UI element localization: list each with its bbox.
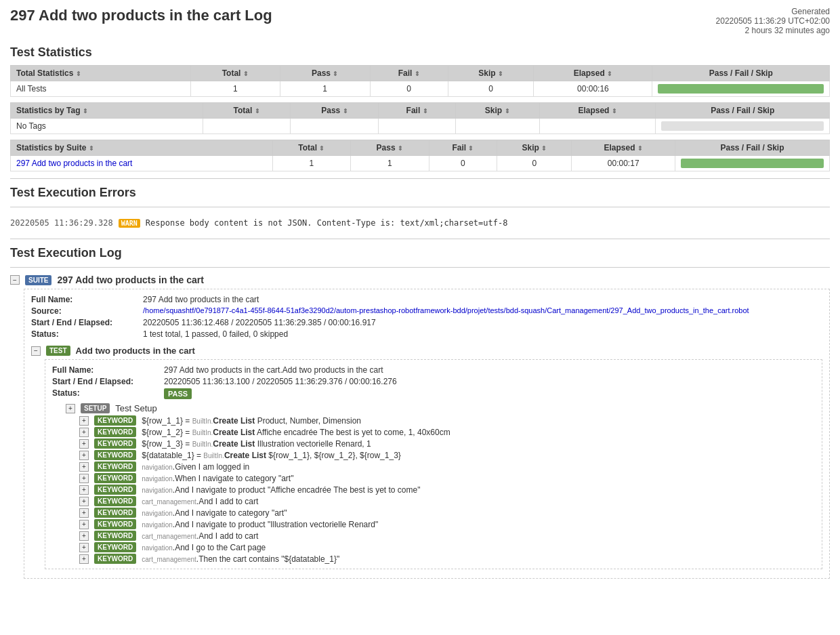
generated-label: Generated <box>716 7 830 16</box>
keyword-toggle-11[interactable]: + <box>79 543 89 552</box>
tag-col-pass: Pass ⇕ <box>291 103 379 119</box>
keyword-row: +KEYWORD${row_1_1} = BuiltIn.Create List… <box>52 415 815 426</box>
divider-3 <box>10 239 830 239</box>
keyword-text-9: navigation.And I navigate to product "Il… <box>142 520 378 529</box>
keyword-text-2: ${row_1_3} = BuiltIn.Create List Illustr… <box>142 439 371 449</box>
total-stats-label: Total Statistics ⇕ <box>11 66 191 81</box>
keyword-row: +KEYWORDnavigation.And I navigate to pro… <box>52 485 815 495</box>
suite-toggle[interactable]: − <box>10 275 20 285</box>
keyword-row: +KEYWORD${datatable_1} = BuiltIn.Create … <box>52 450 815 460</box>
suite-stats-row: 297 Add two products in the cart 1 1 0 0… <box>11 156 830 171</box>
suite-col-fail: Fail ⇕ <box>429 140 497 156</box>
keyword-rows: +KEYWORD${row_1_1} = BuiltIn.Create List… <box>52 415 815 564</box>
suite-full-name-value: 297 Add two products in the cart <box>143 295 259 304</box>
error-log-entry: 20220505 11:36:29.328 WARN Response body… <box>10 214 830 232</box>
warn-badge: WARN <box>119 219 140 228</box>
suite-pass: 1 <box>350 156 429 171</box>
keyword-toggle-3[interactable]: + <box>79 451 89 460</box>
test-pass-badge: PASS <box>164 388 192 399</box>
keyword-toggle-10[interactable]: + <box>79 531 89 541</box>
suite-source-row: Source: /home/squashtf/0e791877-c4a1-455… <box>31 306 822 316</box>
keyword-badge-5: KEYWORD <box>94 473 136 483</box>
suite-full-name-row: Full Name: 297 Add two products in the c… <box>31 295 822 304</box>
keyword-badge-0: KEYWORD <box>94 415 136 426</box>
divider-1 <box>10 178 830 179</box>
keyword-row: +KEYWORD${row_1_2} = BuiltIn.Create List… <box>52 427 815 437</box>
suite-skip: 0 <box>497 156 572 171</box>
suite-status-label: Status: <box>31 329 140 339</box>
test-statistics-heading: Test Statistics <box>10 45 830 60</box>
all-tests-bar <box>652 81 830 97</box>
keyword-text-12: cart_management.Then the cart contains "… <box>142 554 339 564</box>
test-row: − TEST Add two products in the cart <box>31 346 822 356</box>
all-tests-skip: 0 <box>448 81 533 97</box>
no-tags-pass <box>291 119 379 134</box>
keyword-text-11: navigation.And I go to the Cart page <box>142 543 266 552</box>
error-message: Response body content is not JSON. Conte… <box>146 218 508 228</box>
tag-col-bar: Pass / Fail / Skip <box>656 103 830 119</box>
test-toggle[interactable]: − <box>31 346 41 356</box>
keyword-badge-4: KEYWORD <box>94 462 136 472</box>
keyword-text-3: ${datatable_1} = BuiltIn.Create List ${r… <box>142 451 401 460</box>
setup-toggle[interactable]: + <box>66 404 75 413</box>
keyword-badge-10: KEYWORD <box>94 531 136 541</box>
keyword-badge-11: KEYWORD <box>94 542 136 552</box>
keyword-text-1: ${row_1_2} = BuiltIn.Create List Affiche… <box>142 428 450 437</box>
keyword-row: +KEYWORDnavigation.And I go to the Cart … <box>52 542 815 552</box>
keyword-row: +KEYWORDcart_management.Then the cart co… <box>52 554 815 564</box>
suite-total: 1 <box>272 156 350 171</box>
keyword-toggle-5[interactable]: + <box>79 474 89 483</box>
suite-detail-block: Full Name: 297 Add two products in the c… <box>24 289 830 579</box>
suite-col-pass: Pass ⇕ <box>350 140 429 156</box>
suite-start-end-label: Start / End / Elapsed: <box>31 318 140 327</box>
keyword-toggle-8[interactable]: + <box>79 508 89 518</box>
col-total: Total ⇕ <box>190 66 280 81</box>
keyword-badge-6: KEYWORD <box>94 485 136 495</box>
keyword-toggle-7[interactable]: + <box>79 497 89 506</box>
test-execution-errors-heading: Test Execution Errors <box>10 186 830 200</box>
suite-col-bar: Pass / Fail / Skip <box>675 140 830 156</box>
test-status-label: Status: <box>52 388 161 399</box>
suite-name-link[interactable]: 297 Add two products in the cart <box>11 156 273 171</box>
suite-name: 297 Add two products in the cart <box>57 274 204 285</box>
generated-ago: 2 hours 32 minutes ago <box>716 26 830 35</box>
suite-source-link[interactable]: /home/squashtf/0e791877-c4a1-455f-8644-5… <box>143 306 749 316</box>
suite-status-row: Status: 1 test total, 1 passed, 0 failed… <box>31 329 822 339</box>
keyword-toggle-12[interactable]: + <box>79 554 89 564</box>
generated-datetime: 20220505 11:36:29 UTC+02:00 <box>716 16 830 26</box>
col-pass-fail-skip: Pass / Fail / Skip <box>652 66 830 81</box>
stats-by-tag-label: Statistics by Tag ⇕ <box>11 103 203 119</box>
keyword-toggle-1[interactable]: + <box>79 428 89 437</box>
divider-4 <box>10 267 830 268</box>
suite-start-end-value: 20220505 11:36:12.468 / 20220505 11:36:2… <box>143 318 376 327</box>
keyword-badge-9: KEYWORD <box>94 519 136 529</box>
no-tags-bar <box>656 119 830 134</box>
suite-col-elapsed: Elapsed ⇕ <box>572 140 675 156</box>
keyword-text-8: navigation.And I navigate to category "a… <box>142 508 287 518</box>
all-tests-fail: 0 <box>370 81 448 97</box>
col-pass: Pass ⇕ <box>280 66 370 81</box>
suite-start-end-row: Start / End / Elapsed: 20220505 11:36:12… <box>31 318 822 327</box>
keyword-row: +KEYWORDnavigation.And I navigate to pro… <box>52 519 815 529</box>
test-full-name-row: Full Name: 297 Add two products in the c… <box>52 365 815 375</box>
suite-badge: SUITE <box>25 275 51 285</box>
keyword-toggle-9[interactable]: + <box>79 520 89 529</box>
keyword-toggle-2[interactable]: + <box>79 439 89 449</box>
stats-by-tag-table: Statistics by Tag ⇕ Total ⇕ Pass ⇕ Fail … <box>10 102 830 134</box>
keyword-text-4: navigation.Given I am logged in <box>142 462 249 472</box>
log-section: − SUITE 297 Add two products in the cart… <box>10 274 830 579</box>
keyword-text-0: ${row_1_1} = BuiltIn.Create List Product… <box>142 416 361 426</box>
keyword-row: +KEYWORDnavigation.Given I am logged in <box>52 462 815 472</box>
keyword-toggle-0[interactable]: + <box>79 416 89 426</box>
keyword-badge-2: KEYWORD <box>94 438 136 449</box>
keyword-badge-8: KEYWORD <box>94 508 136 518</box>
no-tags-total <box>203 119 291 134</box>
keyword-toggle-6[interactable]: + <box>79 485 89 495</box>
total-stats-row: All Tests 1 1 0 0 00:00:16 <box>11 81 830 97</box>
setup-name: Test Setup <box>115 403 156 413</box>
keyword-toggle-4[interactable]: + <box>79 462 89 472</box>
suite-full-name-label: Full Name: <box>31 295 140 304</box>
test-execution-log-heading: Test Execution Log <box>10 246 830 260</box>
suite-elapsed: 00:00:17 <box>572 156 675 171</box>
test-start-end-value: 20220505 11:36:13.100 / 20220505 11:36:2… <box>164 377 397 386</box>
